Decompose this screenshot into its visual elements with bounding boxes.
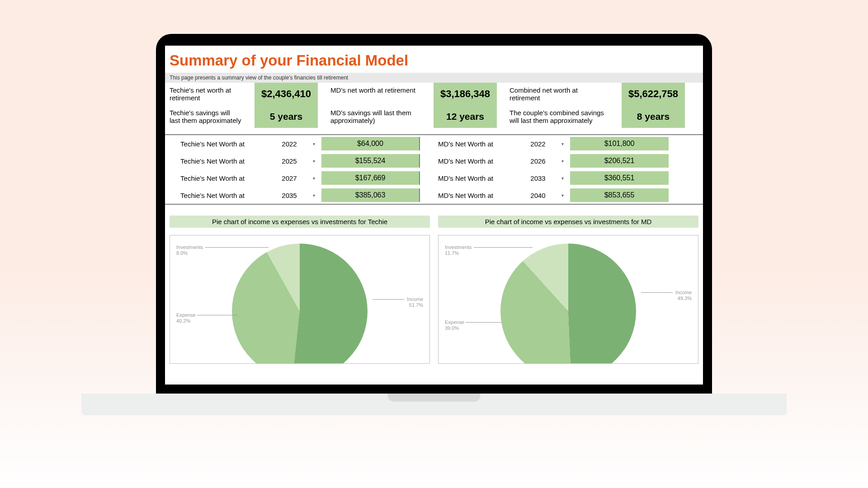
md-pie-chart: Pie chart of income vs expenses vs inves… (438, 216, 698, 364)
chart-box: Investments 8.0% Expense 40.2% Income (170, 235, 430, 364)
document: Summary of your Financial Model This pag… (165, 46, 703, 364)
pie-label-investments: Investments 8.0% (176, 244, 203, 256)
row-label: MD's Net Worth at (423, 152, 509, 169)
table-row: Techie's Net Worth at 2027▾ $167,669 MD'… (165, 169, 703, 187)
kpi-label-techie-years: Techie's savings will last them approxim… (165, 105, 246, 128)
leader-line (373, 299, 404, 300)
year-dropdown[interactable]: 2025▾ (260, 152, 319, 169)
kpi-label-combined-networth: Combined net worth at retirement (505, 83, 613, 105)
laptop-frame: Summary of your Financial Model This pag… (156, 34, 712, 415)
table-row: Techie's Net Worth at 2035▾ $385,063 MD'… (165, 187, 703, 204)
pie-label-expense: Expense 40.2% (176, 312, 196, 324)
amount-cell: $64,000 (321, 137, 420, 150)
kpi-label-md-years: MD's savings will last them approximatel… (326, 105, 425, 128)
pie-label-income: Income 49.3% (675, 290, 692, 301)
year-dropdown[interactable]: 2040▾ (509, 187, 567, 204)
kpi-value-md-years: 12 years (434, 105, 497, 128)
amount-cell: $167,669 (321, 171, 420, 185)
row-label: Techie's Net Worth at (165, 187, 260, 204)
row-label: MD's Net Worth at (423, 169, 509, 187)
pie-label-income: Income 51.7% (407, 296, 423, 308)
kpi-grid: Techie's net worth at retirement $2,436,… (165, 83, 703, 128)
row-label: MD's Net Worth at (423, 187, 509, 204)
year-dropdown[interactable]: 2027▾ (260, 169, 319, 187)
year-dropdown[interactable]: 2033▾ (509, 169, 567, 187)
kpi-value-techie-years: 5 years (255, 105, 318, 128)
year-dropdown[interactable]: 2022▾ (260, 135, 319, 152)
chevron-down-icon: ▾ (561, 193, 564, 198)
leader-line (474, 247, 533, 248)
laptop-screen: Summary of your Financial Model This pag… (165, 46, 703, 385)
chevron-down-icon: ▾ (313, 159, 315, 164)
leader-line (641, 292, 673, 293)
kpi-value-md-networth: $3,186,348 (434, 83, 497, 105)
chart-title: Pie chart of income vs expenses vs inves… (438, 216, 698, 228)
leader-line (466, 322, 502, 323)
kpi-value-combined-networth: $5,622,758 (622, 83, 685, 105)
laptop-bezel: Summary of your Financial Model This pag… (156, 34, 712, 394)
chart-title: Pie chart of income vs expenses vs inves… (170, 216, 430, 228)
amount-cell: $853,655 (570, 188, 669, 202)
table-row: Techie's Net Worth at 2025▾ $155,524 MD'… (165, 152, 703, 169)
row-label: Techie's Net Worth at (165, 169, 260, 187)
laptop-base (81, 394, 787, 415)
page-subtitle: This page presents a summary view of the… (165, 73, 703, 83)
chevron-down-icon: ▾ (313, 193, 315, 198)
row-label: Techie's Net Worth at (165, 135, 260, 152)
chart-box: Investments 11.7% Expense 39.0% Income (438, 235, 698, 364)
amount-cell: $155,524 (321, 154, 420, 168)
kpi-value-techie-networth: $2,436,410 (255, 83, 318, 105)
pie-label-investments: Investments 11.7% (445, 244, 472, 256)
kpi-value-combined-years: 8 years (622, 105, 685, 128)
year-dropdown[interactable]: 2026▾ (509, 152, 567, 169)
table-row: Techie's Net Worth at 2022▾ $64,000 MD's… (165, 135, 703, 152)
chevron-down-icon: ▾ (313, 141, 315, 146)
networth-table: Techie's Net Worth at 2022▾ $64,000 MD's… (165, 134, 703, 205)
leader-line (205, 247, 269, 248)
amount-cell: $385,063 (321, 188, 420, 202)
techie-pie-chart: Pie chart of income vs expenses vs inves… (170, 216, 430, 364)
laptop-notch (388, 394, 481, 402)
charts-row: Pie chart of income vs expenses vs inves… (165, 205, 703, 364)
chevron-down-icon: ▾ (561, 141, 564, 146)
row-label: MD's Net Worth at (423, 135, 509, 152)
pie-graphic (232, 244, 368, 364)
year-dropdown[interactable]: 2035▾ (260, 187, 319, 204)
row-label: Techie's Net Worth at (165, 152, 260, 169)
chevron-down-icon: ▾ (313, 176, 315, 181)
leader-line (197, 315, 238, 315)
amount-cell: $360,551 (570, 171, 669, 185)
chevron-down-icon: ▾ (561, 159, 564, 164)
pie-label-expense: Expense 39.0% (445, 319, 464, 331)
chevron-down-icon: ▾ (561, 176, 564, 181)
pie-graphic (500, 244, 636, 364)
amount-cell: $206,521 (570, 154, 669, 168)
year-dropdown[interactable]: 2022▾ (509, 135, 567, 152)
kpi-label-md-networth: MD's net worth at retirement (326, 83, 425, 105)
kpi-label-combined-years: The couple's combined savings will last … (505, 105, 613, 128)
kpi-label-techie-networth: Techie's net worth at retirement (165, 83, 246, 105)
amount-cell: $101,800 (570, 137, 669, 150)
page-title: Summary of your Financial Model (165, 46, 703, 73)
